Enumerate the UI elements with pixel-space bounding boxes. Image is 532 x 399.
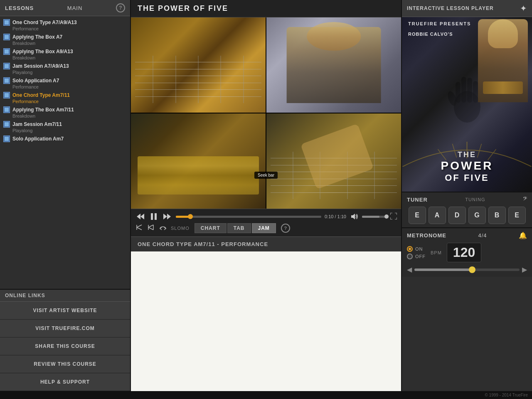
- seek-bar-track[interactable]: [176, 216, 321, 218]
- step-back-button[interactable]: [135, 224, 143, 233]
- left-panel: LESSONS MAIN ? One Chord Type A7/A9/A13 …: [0, 0, 131, 391]
- lesson-icon: [3, 121, 10, 128]
- online-links-section: ONLINE LINKS VISIT ARTIST WEBSITE VISIT …: [0, 289, 130, 391]
- list-item[interactable]: Applying The Box A9/A13 Breakdown: [0, 47, 130, 62]
- svg-line-11: [148, 225, 153, 227]
- svg-rect-18: [473, 81, 478, 103]
- list-item[interactable]: One Chord Type Am7/11 Performance: [0, 91, 130, 105]
- metronome-off-label: OFF: [415, 254, 426, 259]
- controls-help-button[interactable]: ?: [281, 224, 290, 233]
- rewind-button[interactable]: [135, 213, 146, 220]
- tempo-decrease-button[interactable]: ◀: [407, 266, 412, 273]
- lesson-title: Jam Session Am7/11: [12, 121, 62, 127]
- footer: © 1999 - 2014 TrueFire: [0, 391, 532, 399]
- svg-line-12: [148, 227, 153, 230]
- review-course-button[interactable]: REVIEW THIS COURSE: [0, 355, 130, 373]
- album-artist-text: ROBBIE CALVO'S: [408, 32, 453, 37]
- seek-bar-container[interactable]: [176, 212, 321, 221]
- tempo-slider[interactable]: [414, 268, 520, 271]
- lesson-sub: Performance: [3, 26, 126, 31]
- pause-button[interactable]: [149, 212, 158, 221]
- jam-tab-button[interactable]: JAM: [252, 223, 276, 233]
- metronome-on-radio[interactable]: [407, 246, 413, 252]
- time-display: 0:10 / 1:10: [325, 214, 346, 219]
- ilp-header: INTERACTIVE LESSON PLAYER ✦: [402, 0, 532, 17]
- seek-bar-fill: [176, 216, 190, 218]
- album-art: TRUEFIRE PRESENTS ROBBIE CALVO'S: [402, 17, 532, 192]
- lesson-icon: [3, 34, 10, 40]
- volume-button[interactable]: [350, 213, 360, 220]
- lessons-help-button[interactable]: ?: [116, 3, 125, 12]
- share-course-button[interactable]: SHARE THIS COURSE: [0, 337, 130, 355]
- video-cell-topleft: [131, 17, 266, 113]
- help-support-button[interactable]: HELP & SUPPORT: [0, 373, 130, 391]
- metronome-header: METRONOME 4/4 🔔: [407, 232, 527, 239]
- lesson-title: Applying The Box A7: [12, 34, 62, 40]
- list-item[interactable]: Jam Session Am7/11 Playalong: [0, 120, 130, 134]
- controls-row1: 0:10 / 1:10: [135, 212, 397, 221]
- lesson-title: Applying The Box A9/A13: [12, 49, 73, 54]
- online-links-header: ONLINE LINKS: [0, 290, 130, 302]
- album-background: TRUEFIRE PRESENTS ROBBIE CALVO'S: [402, 17, 532, 192]
- loop-button[interactable]: [158, 224, 167, 233]
- visit-truefire-button[interactable]: VISIT TRUEFIRE.COM: [0, 320, 130, 337]
- svg-marker-0: [140, 214, 144, 219]
- video-grid: [131, 17, 401, 209]
- string-G-button[interactable]: G: [468, 207, 486, 224]
- volume-fill: [362, 216, 379, 218]
- metronome-radio-group: ON OFF: [407, 246, 426, 259]
- tempo-slider-fill: [414, 268, 472, 271]
- string-E-low-button[interactable]: E: [409, 207, 426, 224]
- lesson-title-bar: ONE CHORD TYPE AM7/11 - PERFORMANCE: [131, 236, 401, 251]
- seek-bar-thumb: [188, 214, 193, 219]
- lessons-list: One Chord Type A7/A9/A13 Performance App…: [0, 16, 130, 289]
- lesson-icon: [3, 106, 10, 113]
- volume-container: [350, 213, 387, 220]
- tab-tab-button[interactable]: TAB: [227, 223, 251, 233]
- list-item[interactable]: Applying The Box Am7/11 Breakdown: [0, 105, 130, 120]
- string-D-button[interactable]: D: [448, 207, 466, 224]
- volume-slider[interactable]: [362, 216, 387, 218]
- metronome-off-option[interactable]: OFF: [407, 254, 426, 259]
- bpm-label: BPM: [431, 250, 442, 255]
- list-item[interactable]: Applying The Box A7 Breakdown: [0, 32, 130, 47]
- lesson-sub: Breakdown: [3, 55, 126, 60]
- fastforward-button[interactable]: [162, 213, 172, 220]
- album-art-image: TRUEFIRE PRESENTS ROBBIE CALVO'S: [402, 17, 532, 192]
- list-item[interactable]: Solo Application Am7: [0, 134, 130, 143]
- string-E-high-button[interactable]: E: [508, 207, 526, 224]
- lesson-title: Applying The Box Am7/11: [12, 107, 74, 113]
- fullscreen-button[interactable]: [390, 213, 397, 221]
- svg-rect-2: [151, 213, 153, 220]
- tuner-strings: E A D G B E: [407, 207, 527, 224]
- svg-marker-1: [137, 214, 140, 219]
- lesson-icon: [3, 48, 10, 55]
- chart-tab-button[interactable]: CHART: [195, 223, 227, 233]
- svg-marker-4: [163, 214, 167, 219]
- video-cell-bottomright: [266, 113, 401, 209]
- list-item[interactable]: One Chord Type A7/A9/A13 Performance: [0, 18, 130, 32]
- list-item[interactable]: Jam Session A7/A9/A13 Playalong: [0, 62, 130, 76]
- metronome-off-radio[interactable]: [407, 254, 413, 259]
- svg-rect-16: [461, 77, 466, 103]
- string-B-button[interactable]: B: [488, 207, 506, 224]
- tab-group: CHART TAB JAM: [195, 223, 276, 233]
- metronome-controls: ON OFF BPM 120: [407, 243, 527, 262]
- tempo-increase-button[interactable]: ▶: [522, 266, 527, 273]
- lesson-content-area: [131, 251, 401, 391]
- svg-line-9: [137, 227, 142, 230]
- visit-artist-button[interactable]: VISIT ARTIST WEBSITE: [0, 302, 130, 320]
- list-item[interactable]: Solo Application A7 Performance: [0, 76, 130, 91]
- video-cell-topright: [266, 17, 401, 113]
- string-A-button[interactable]: A: [429, 207, 446, 224]
- metronome-on-option[interactable]: ON: [407, 246, 426, 252]
- video-area[interactable]: Seek bar: [131, 17, 401, 209]
- lessons-header: LESSONS MAIN ?: [0, 0, 130, 16]
- tuner-title: TUNER: [407, 197, 428, 203]
- lesson-icon: [3, 19, 10, 26]
- lesson-icon: [3, 77, 10, 84]
- center-panel: THE POWER OF FIVE: [131, 0, 401, 391]
- in-point-button[interactable]: [147, 224, 155, 233]
- lesson-sub: Breakdown: [3, 41, 126, 46]
- tempo-slider-thumb[interactable]: [469, 266, 475, 273]
